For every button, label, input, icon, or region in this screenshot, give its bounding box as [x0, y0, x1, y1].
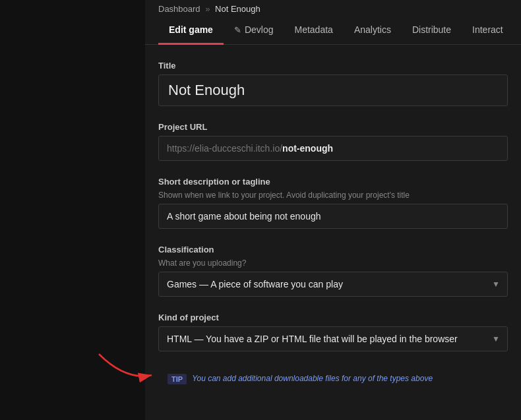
tab-metadata-label: Metadata [295, 24, 333, 35]
short-description-field-group: Short description or tagline Shown when … [158, 177, 508, 229]
breadcrumb-parent[interactable]: Dashboard [158, 4, 200, 14]
tab-analytics-label: Analytics [354, 24, 391, 35]
classification-hint: What are you uploading? [158, 258, 508, 268]
breadcrumb-current: Not Enough [215, 4, 260, 14]
tab-edit-game[interactable]: Edit game [158, 16, 224, 45]
short-description-hint: Shown when we link to your project. Avoi… [158, 191, 508, 200]
left-sidebar [0, 0, 145, 420]
kind-label: Kind of project [158, 313, 508, 322]
tip-bar: TIP You can add additional downloadable … [158, 367, 508, 391]
classification-select[interactable]: Games — A piece of software you can play [158, 272, 508, 297]
breadcrumb: Dashboard » Not Enough [145, 0, 521, 16]
project-url-input-wrap: https://elia-ducceschi.itch.io/not-enoug… [158, 136, 508, 161]
title-field-group: Title [158, 61, 508, 106]
classification-field-group: Classification What are you uploading? G… [158, 245, 508, 297]
devlog-edit-icon: ✎ [234, 25, 241, 35]
project-url-label: Project URL [158, 122, 508, 132]
project-url-display[interactable]: https://elia-ducceschi.itch.io/not-enoug… [158, 136, 508, 161]
project-url-field-group: Project URL https://elia-ducceschi.itch.… [158, 122, 508, 161]
title-label: Title [158, 61, 508, 71]
tab-distribute[interactable]: Distribute [402, 16, 462, 45]
tabs-bar: Edit game ✎ Devlog Metadata Analytics Di… [145, 16, 521, 45]
kind-select[interactable]: HTML — You have a ZIP or HTML file that … [158, 326, 508, 351]
classification-label: Classification [158, 245, 508, 255]
short-description-input[interactable] [158, 204, 508, 229]
short-description-label: Short description or tagline [158, 177, 508, 187]
breadcrumb-separator: » [205, 4, 210, 14]
kind-field-group: Kind of project HTML — You have a ZIP or… [158, 313, 508, 351]
tab-interact-label: Interact [472, 24, 503, 35]
tip-section: TIP You can add additional downloadable … [158, 367, 508, 391]
classification-select-wrap: Games — A piece of software you can play… [158, 272, 508, 297]
tab-edit-game-label: Edit game [169, 24, 213, 35]
tab-devlog[interactable]: ✎ Devlog [224, 16, 284, 45]
title-input[interactable] [158, 75, 508, 106]
tab-interact[interactable]: Interact [462, 16, 514, 45]
tab-distribute-label: Distribute [412, 24, 451, 35]
tab-metadata[interactable]: Metadata [284, 16, 344, 45]
tip-label: TIP [168, 374, 187, 384]
tab-devlog-label: Devlog [245, 24, 274, 35]
tip-text: You can add additional downloadable file… [192, 374, 433, 383]
edit-game-form: Title Project URL https://elia-ducceschi… [145, 45, 521, 407]
tab-analytics[interactable]: Analytics [344, 16, 402, 45]
kind-select-wrap: HTML — You have a ZIP or HTML file that … [158, 326, 508, 351]
